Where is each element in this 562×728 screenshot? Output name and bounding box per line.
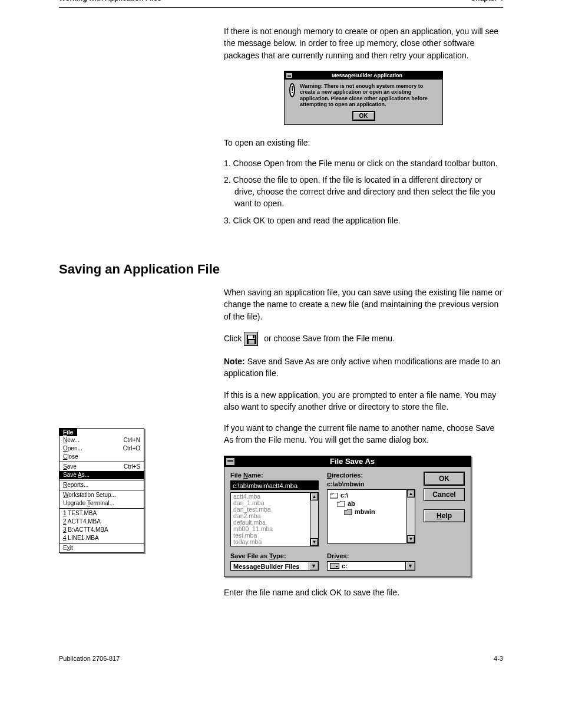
svg-marker-5 xyxy=(337,501,345,506)
saving-note: Note: Save and Save As are only active w… xyxy=(224,355,503,380)
file-menu-title[interactable]: File xyxy=(59,429,77,436)
menu-recent-2[interactable]: 2 ACTT4.MBA xyxy=(59,518,144,526)
saving-p2: Click or choose Save from the File menu. xyxy=(224,332,503,346)
save-as-titlebar: File Save As xyxy=(224,456,471,467)
ok-button[interactable]: OK xyxy=(424,472,465,486)
menu-recent-1[interactable]: 1 TEST.MBA xyxy=(59,509,144,518)
menu-recent-4[interactable]: 4 LINE1.MBA xyxy=(59,534,144,542)
svg-rect-2 xyxy=(249,340,254,344)
save-as-dialog: File Save As File Name: c:\ab\mbwin\actt… xyxy=(224,456,471,577)
warning-message: Warning: There is not enough system memo… xyxy=(300,83,438,107)
warning-dialog: MessageBuilder Application ! Warning: Th… xyxy=(284,71,443,125)
menu-item-workstation-setup[interactable]: Workstation Setup... xyxy=(59,491,144,499)
scroll-up-icon[interactable]: ▲ xyxy=(407,490,415,498)
section-heading-saving: Saving an Application File xyxy=(59,262,503,277)
warning-title: MessageBuilder Application xyxy=(293,73,441,78)
menu-item-save[interactable]: SaveCtrl+S xyxy=(59,463,144,471)
menu-item-save-as[interactable]: Save As... xyxy=(59,471,144,479)
dir-scrollbar[interactable]: ▲ ▼ xyxy=(406,490,415,543)
footer-page-number: 4-3 xyxy=(494,655,503,662)
svg-marker-4 xyxy=(330,493,338,498)
step-2: 2. Choose the file to open. If the file … xyxy=(224,174,503,210)
intro-paragraph: If there is not enough memory to create … xyxy=(224,25,503,61)
header-left: Working with Application Files xyxy=(59,0,471,2)
menu-item-exit[interactable]: Exit xyxy=(59,544,144,552)
system-menu-icon xyxy=(286,73,293,78)
save-floppy-icon[interactable] xyxy=(244,332,258,346)
dir-item-root[interactable]: c:\ xyxy=(330,491,404,499)
help-button[interactable]: Help xyxy=(424,509,465,522)
directories-path: c:\ab\mbwin xyxy=(327,480,415,487)
dropdown-icon[interactable]: ▼ xyxy=(406,561,415,571)
save-type-value: MessageBuilder Files xyxy=(230,561,309,571)
filename-input[interactable]: c:\ab\mbwin\actt4.mba xyxy=(230,480,319,490)
saving-p5: Enter the file name and click OK to save… xyxy=(224,587,503,598)
step-3: 3. Click OK to open and read the applica… xyxy=(224,215,503,226)
scroll-down-icon[interactable]: ▼ xyxy=(310,538,318,546)
header-right: Chapter 4 xyxy=(471,0,503,2)
saving-p3: If this is a new application, you are pr… xyxy=(224,389,503,413)
directories-label: Directories: xyxy=(327,472,415,479)
footer-left: Publication 2706-817 xyxy=(59,655,494,662)
drive-icon xyxy=(330,563,339,569)
exclamation-icon: ! xyxy=(289,83,295,97)
directory-tree[interactable]: c:\ ab mbwin ▲ xyxy=(327,489,415,543)
dir-item-mbwin[interactable]: mbwin xyxy=(330,508,404,516)
dir-item-ab[interactable]: ab xyxy=(330,499,404,508)
step-1: 1. Choose Open from the File menu or cli… xyxy=(224,157,503,169)
drives-combo[interactable]: c: ▼ xyxy=(327,561,415,571)
header-rule xyxy=(59,7,503,8)
file-listbox[interactable]: actt4.mba dan_1.mba dan_test.mba dan2.mb… xyxy=(230,492,319,546)
scroll-down-icon[interactable]: ▼ xyxy=(407,535,415,543)
svg-marker-6 xyxy=(344,509,352,515)
system-menu-icon[interactable] xyxy=(226,457,235,466)
file-list-scrollbar[interactable]: ▲ ▼ xyxy=(310,493,318,546)
menu-item-open[interactable]: Open...Ctrl+O xyxy=(59,444,144,453)
folder-open-icon xyxy=(337,501,345,507)
save-type-label: Save File as Type: xyxy=(230,552,319,559)
menu-item-upgrade-terminal[interactable]: Upgrade Terminal... xyxy=(59,499,144,508)
file-menu: File New...Ctrl+N Open...Ctrl+O Close Sa… xyxy=(59,428,144,553)
drives-value: c: xyxy=(327,561,406,571)
save-as-title: File Save As xyxy=(235,457,470,466)
file-item[interactable]: today.mba xyxy=(233,539,308,545)
save-type-combo[interactable]: MessageBuilder Files ▼ xyxy=(230,561,319,571)
open-lead: To open an existing file: xyxy=(224,137,503,149)
dropdown-icon[interactable]: ▼ xyxy=(309,561,319,571)
folder-open-icon xyxy=(344,509,352,515)
menu-item-reports[interactable]: Reports... xyxy=(59,481,144,489)
menu-recent-3[interactable]: 3 B:\ACTT4.MBA xyxy=(59,526,144,534)
saving-p4: If you want to change the current file n… xyxy=(224,422,503,446)
filename-label: File Name: xyxy=(230,472,319,479)
cancel-button[interactable]: Cancel xyxy=(424,488,465,501)
menu-item-new[interactable]: New...Ctrl+N xyxy=(59,436,144,444)
menu-item-close[interactable]: Close xyxy=(59,453,144,461)
svg-rect-3 xyxy=(253,335,254,338)
folder-open-icon xyxy=(330,493,338,499)
warning-ok-button[interactable]: OK xyxy=(352,111,375,121)
saving-p1: When saving an application file, you can… xyxy=(224,286,503,322)
scroll-up-icon[interactable]: ▲ xyxy=(310,493,318,500)
drives-label: Drives: xyxy=(327,552,415,559)
warning-titlebar: MessageBuilder Application xyxy=(285,71,442,80)
